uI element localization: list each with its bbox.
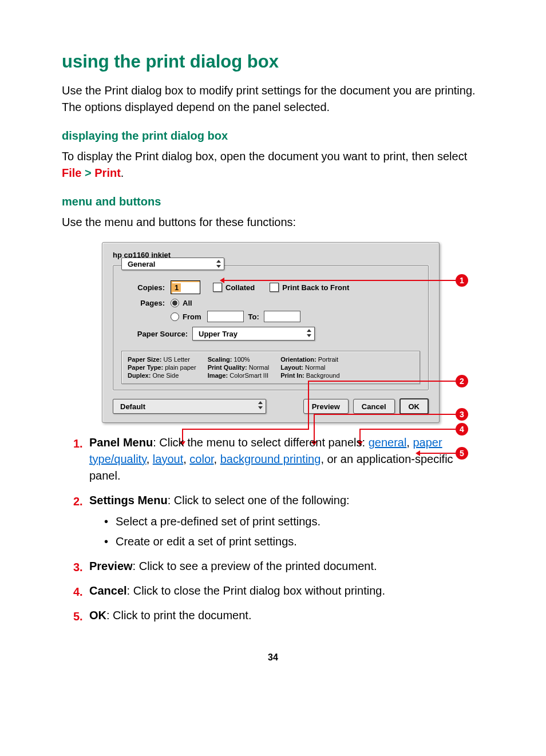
dialog-figure: hp cp1160 inkjet General Copies: 1 Colla… [102, 242, 525, 423]
val: US Letter [163, 356, 189, 363]
text: To display the Print dialog box, open th… [62, 150, 467, 163]
print-back-checkbox[interactable] [270, 283, 279, 292]
lbl: Duplex: [128, 372, 151, 379]
paper-source-value: Upper Tray [199, 330, 238, 338]
ok-button[interactable]: OK [399, 398, 429, 414]
val: Normal [249, 364, 269, 371]
item-title: Preview [89, 560, 133, 572]
chevron-updown-icon [215, 259, 222, 268]
text: , [147, 453, 153, 465]
item-title: Panel Menu [89, 436, 153, 449]
pages-from-radio[interactable] [171, 312, 179, 321]
link-layout[interactable]: layout [153, 453, 183, 465]
callout-4: 4 [456, 423, 468, 436]
subheading-display: displaying the print dialog box [62, 129, 484, 143]
subheading-menu-buttons: menu and buttons [62, 195, 484, 208]
preview-label: Preview [312, 402, 340, 411]
copies-value: 1 [172, 283, 181, 292]
cancel-button[interactable]: Cancel [353, 399, 395, 414]
list-item: Cancel: Click to close the Print dialog … [73, 583, 484, 599]
lbl: Orientation: [280, 356, 316, 363]
link-background-printing[interactable]: background printing [220, 453, 321, 465]
callout-1: 1 [456, 274, 468, 287]
lbl: Paper Type: [128, 364, 163, 371]
pages-from-input[interactable] [207, 311, 244, 322]
item-title: Cancel [89, 584, 127, 597]
print-menu-label: Print [94, 167, 121, 179]
copies-label: Copies: [121, 283, 165, 292]
list-item: Panel Menu: Click the menu to select dif… [73, 434, 484, 484]
pages-label: Pages: [121, 299, 165, 307]
default-label: Default [120, 402, 145, 411]
pages-to-label: To: [248, 312, 259, 321]
lbl: Layout: [280, 364, 303, 371]
callout-leader [359, 429, 456, 430]
pages-all-label: All [183, 299, 192, 307]
intro-text: Use the Print dialog box to modify print… [62, 82, 484, 116]
pages-to-input[interactable] [264, 311, 300, 322]
chevron-updown-icon [257, 401, 264, 410]
copies-input[interactable]: 1 [171, 280, 200, 294]
val: Background [306, 372, 340, 379]
panel-menu-select[interactable]: General [121, 258, 224, 270]
collated-label: Collated [225, 283, 255, 292]
text: , [406, 436, 413, 449]
ok-label: OK [409, 402, 420, 411]
arrow-icon [220, 278, 224, 283]
list-item: OK: Click to print the document. [73, 607, 484, 624]
text: : Click to see a preview of the printed … [133, 560, 377, 572]
val: Portrait [318, 356, 338, 363]
callout-leader [224, 280, 456, 281]
lbl: Image: [208, 372, 228, 379]
text: . [121, 167, 124, 179]
gt-separator: > [85, 167, 92, 179]
menu-buttons-text: Use the menu and buttons for these funct… [62, 214, 484, 231]
lbl: Scaling: [208, 356, 232, 363]
text: , [183, 453, 189, 465]
paper-source-label: Paper Source: [121, 330, 188, 338]
lbl: Print In: [280, 372, 304, 379]
val: Normal [305, 364, 325, 371]
val: 100% [234, 356, 250, 363]
page-number: 34 [62, 652, 484, 663]
lbl: Paper Size: [128, 356, 161, 363]
pages-all-radio[interactable] [171, 299, 179, 307]
val: plain paper [165, 364, 196, 371]
list-item: Settings Menu: Click to select one of th… [73, 492, 484, 550]
preview-button[interactable]: Preview [303, 399, 349, 414]
callout-leader [182, 429, 309, 430]
settings-summary-box: Paper Size: US Letter Paper Type: plain … [121, 351, 420, 384]
callout-leader [308, 381, 456, 382]
print-back-label: Print Back to Front [282, 283, 349, 292]
callout-3: 3 [456, 408, 468, 421]
text: , [214, 453, 220, 465]
text: : Click to print the document. [106, 609, 251, 622]
text: : Click the menu to select different pan… [153, 436, 369, 449]
settings-menu-select[interactable]: Default [113, 399, 266, 414]
display-instruction: To display the Print dialog box, open th… [62, 148, 484, 181]
link-general[interactable]: general [369, 436, 407, 449]
pages-from-label: From [183, 312, 201, 321]
paper-source-select[interactable]: Upper Tray [192, 327, 315, 341]
dialog-fieldset: General Copies: 1 Collated Print Back to… [113, 265, 429, 390]
page-title: using the print dialog box [62, 52, 484, 72]
file-menu-label: File [62, 167, 81, 179]
bullet: Select a pre-defined set of print settin… [104, 513, 484, 530]
callout-leader [314, 414, 456, 415]
callout-leader [308, 381, 309, 429]
callout-descriptions: Panel Menu: Click the menu to select dif… [62, 434, 484, 624]
chevron-updown-icon [306, 328, 312, 338]
lbl: Print Quality: [208, 364, 247, 371]
text: : Click to close the Print dialog box wi… [127, 584, 385, 597]
item-title: OK [89, 609, 106, 622]
val: One Side [152, 372, 179, 379]
val: ColorSmart III [230, 372, 268, 379]
text: : Click to select one of the following: [168, 494, 350, 506]
collated-checkbox[interactable] [213, 283, 222, 292]
cancel-label: Cancel [362, 402, 386, 411]
link-color[interactable]: color [189, 453, 213, 465]
panel-menu-value: General [128, 260, 155, 268]
bullet: Create or edit a set of print settings. [104, 533, 484, 550]
list-item: Preview: Click to see a preview of the p… [73, 558, 484, 575]
callout-2: 2 [456, 375, 468, 387]
